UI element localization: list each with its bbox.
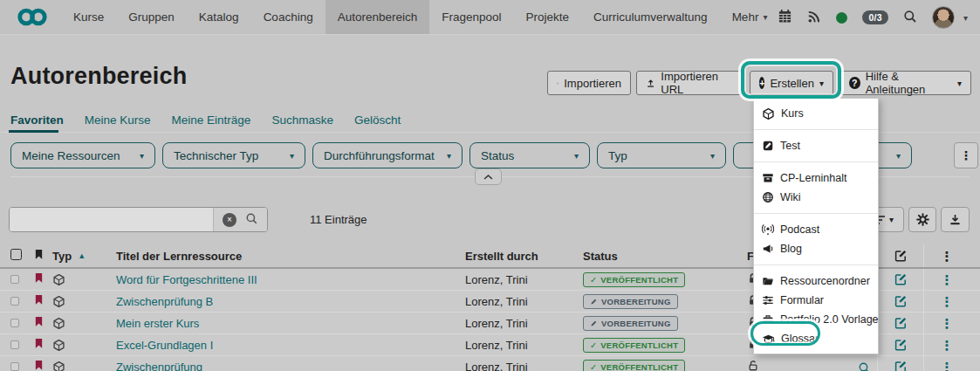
row-checkbox[interactable] [10, 275, 19, 284]
help-button[interactable]: ? Hilfe & Anleitungen ▾ [840, 71, 971, 95]
menu-item-portfolio-vorlage[interactable]: Portfolio 2.0 Vorlage [754, 310, 878, 329]
row-checkbox[interactable] [10, 362, 19, 371]
menu-item-formular[interactable]: Formular [754, 291, 878, 310]
briefcase-icon [762, 313, 774, 326]
kebab-icon: ⋮ [960, 148, 972, 162]
user-menu[interactable]: ▾ [932, 6, 968, 29]
row-menu-button[interactable]: ⋮ [941, 273, 954, 286]
chevron-down-icon: ▾ [710, 151, 715, 161]
edit-button[interactable] [894, 316, 908, 330]
row-checkbox[interactable] [10, 340, 19, 349]
bookmark-column-icon[interactable] [33, 248, 52, 264]
column-status[interactable]: Status [583, 250, 740, 263]
filter-label: Technischer Typ [174, 149, 258, 162]
filters-more-button[interactable]: ⋮ [954, 142, 978, 168]
row-menu-button[interactable]: ⋮ [941, 295, 954, 308]
resource-type-icon [52, 361, 116, 371]
search-submit-icon[interactable] [245, 212, 258, 228]
select-all-checkbox[interactable] [10, 249, 22, 260]
edit-button[interactable] [894, 338, 908, 352]
online-status-indicator [836, 12, 847, 24]
column-title[interactable]: Titel der Lernressource [116, 250, 465, 263]
notification-counter-badge[interactable]: 0/3 [862, 10, 888, 24]
column-typ[interactable]: Typ▲ [52, 250, 116, 263]
filter-durchfuehrungsformat[interactable]: Durchführungsformat▾ [312, 142, 463, 168]
row-checkbox[interactable] [10, 297, 19, 306]
menu-item-blog[interactable]: Blog [754, 239, 878, 258]
nav-item-mehr[interactable]: Mehr▾ [720, 0, 780, 34]
search-input[interactable] [10, 208, 213, 231]
bookmark-icon[interactable] [33, 315, 52, 331]
menu-item-cp-lerninhalt[interactable]: CP-Lerninhalt [754, 168, 878, 188]
filter-meine-ressourcen[interactable]: Meine Ressourcen▾ [10, 142, 155, 168]
nav-item-katalog[interactable]: Katalog [187, 0, 251, 34]
menu-item-podcast[interactable]: Podcast [754, 220, 878, 239]
top-navbar: Kurse Gruppen Katalog Coaching Autorenbe… [0, 0, 980, 35]
calendar-icon[interactable] [778, 9, 792, 26]
chevron-down-icon: ▾ [957, 79, 962, 88]
download-icon [949, 213, 962, 226]
nav-item-coaching[interactable]: Coaching [251, 0, 326, 34]
create-button-label: Erstellen [770, 77, 814, 90]
folder-icon [762, 275, 774, 287]
resource-title-link[interactable]: Zwischenprüfung B [116, 295, 465, 308]
menu-item-label: Portfolio 2.0 Vorlage [780, 313, 879, 326]
menu-item-ressourcenordner[interactable]: Ressourcenordner [754, 271, 878, 291]
bookmark-icon[interactable] [33, 293, 52, 309]
chevron-down-icon: ▾ [290, 151, 294, 161]
nav-item-kurse[interactable]: Kurse [61, 0, 116, 34]
menu-item-wiki[interactable]: Wiki [754, 188, 878, 207]
test-icon [762, 140, 774, 152]
bookmark-icon[interactable] [33, 337, 52, 353]
menu-item-test[interactable]: Test [754, 136, 878, 155]
edit-button[interactable] [894, 294, 908, 308]
resource-title-link[interactable]: Zwischenprüfung [116, 361, 465, 371]
menu-item-glossar[interactable]: Glossar [754, 329, 878, 348]
column-author[interactable]: Erstellt durch [465, 250, 583, 263]
status-badge: ✓VERÖFFENTLICHT [583, 360, 685, 371]
create-button[interactable]: + Erstellen ▾ [750, 71, 833, 95]
edit-button[interactable] [894, 360, 908, 371]
resource-author: Lorenz, Trini [465, 295, 583, 308]
nav-item-fragenpool[interactable]: Fragenpool [429, 0, 513, 34]
chevron-down-icon: ▾ [763, 12, 767, 22]
bookmark-icon[interactable] [33, 359, 52, 371]
search-icon[interactable] [903, 10, 917, 26]
import-url-button[interactable]: Importieren URL [636, 71, 743, 95]
indicator-icon[interactable] [851, 360, 877, 371]
menu-item-kurs[interactable]: Kurs [754, 104, 878, 123]
gear-icon [916, 213, 929, 226]
nav-item-projekte[interactable]: Projekte [514, 0, 582, 34]
openolat-logo-icon[interactable] [0, 0, 61, 34]
clear-search-icon[interactable]: × [223, 213, 236, 227]
status-badge: ✓VERÖFFENTLICHT [583, 338, 685, 353]
resource-author: Lorenz, Trini [465, 339, 583, 352]
row-menu-button[interactable]: ⋮ [941, 361, 954, 371]
download-button[interactable] [941, 207, 970, 232]
nav-item-gruppen[interactable]: Gruppen [116, 0, 187, 34]
edit-column-icon [894, 249, 908, 263]
filter-status[interactable]: Status▾ [469, 142, 590, 168]
collapse-filters-button[interactable] [475, 168, 502, 185]
filter-technischer-typ[interactable]: Technischer Typ▾ [162, 142, 305, 168]
row-checkbox[interactable] [10, 319, 19, 327]
menu-item-label: CP-Lerninhalt [780, 172, 846, 184]
resource-title-link[interactable]: Mein erster Kurs [116, 317, 465, 330]
globe-icon [762, 191, 774, 203]
nav-item-autorenbereich[interactable]: Autorenbereich [326, 0, 430, 34]
resource-type-icon [52, 295, 116, 308]
row-menu-button[interactable]: ⋮ [941, 339, 954, 352]
resource-title-link[interactable]: Word für Fortgeschrittene III [116, 273, 465, 286]
import-button[interactable]: Importieren [547, 71, 631, 95]
row-menu-button[interactable]: ⋮ [941, 317, 954, 330]
access-lock-icon [740, 360, 812, 371]
filter-typ[interactable]: Typ▾ [597, 142, 726, 168]
rss-feed-icon[interactable] [807, 10, 821, 26]
active-tab-underline [9, 130, 58, 133]
resource-title-link[interactable]: Excel-Grundlagen I [116, 339, 465, 352]
resource-type-icon [52, 339, 116, 352]
bookmark-icon[interactable] [33, 271, 52, 287]
edit-button[interactable] [894, 272, 908, 286]
nav-item-curriculumverwaltung[interactable]: Curriculumverwaltung [581, 0, 720, 34]
table-settings-button[interactable] [908, 207, 936, 232]
